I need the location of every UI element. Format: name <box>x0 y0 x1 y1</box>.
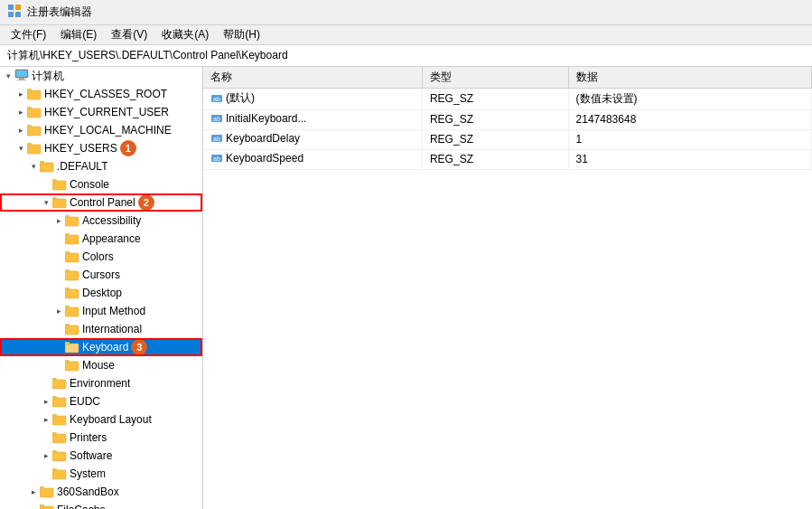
address-path: 计算机\HKEY_USERS\.DEFAULT\Control Panel\Ke… <box>7 48 288 63</box>
expand-arrow[interactable]: ▾ <box>27 162 40 171</box>
folder-icon <box>65 287 79 299</box>
tree-item-desktop[interactable]: Desktop <box>0 284 202 302</box>
folder-icon <box>52 431 67 444</box>
tree-label: Software <box>70 449 112 462</box>
menu-favorites[interactable]: 收藏夹(A) <box>154 25 216 44</box>
folder-icon <box>65 341 79 353</box>
tree-item-keyboard[interactable]: Keyboard3 <box>0 338 202 356</box>
tree-item-hkey_classes_root[interactable]: ▸ HKEY_CLASSES_ROOT <box>0 85 202 103</box>
expand-arrow[interactable]: ▸ <box>40 415 52 424</box>
tree-item-appearance[interactable]: Appearance <box>0 230 202 248</box>
title-bar: 注册表编辑器 <box>0 0 812 25</box>
tree-label: Control Panel <box>70 196 135 209</box>
tree-item-accessibility[interactable]: ▸ Accessibility <box>0 212 202 230</box>
folder-icon <box>65 232 79 245</box>
tree-label: System <box>70 467 106 480</box>
tree-item-keyboard_layout[interactable]: ▸ Keyboard Layout <box>0 410 202 429</box>
svg-rect-49 <box>65 324 70 326</box>
main-content: ▾ 计算机▸ HKEY_CLASSES_ROOT▸ HKEY_CURRENT_U… <box>0 67 812 509</box>
svg-rect-10 <box>27 89 32 91</box>
tree-label: .DEFAULT <box>57 160 107 173</box>
tree-label: FileCache <box>57 504 106 509</box>
tree-label: HKEY_LOCAL_MACHINE <box>44 124 172 137</box>
tree-item-input_method[interactable]: ▸ Input Method <box>0 302 202 320</box>
tree-item-system[interactable]: System <box>0 465 202 483</box>
tree-item-computer[interactable]: ▾ 计算机 <box>0 67 202 85</box>
tree-item-hkey_local_machine[interactable]: ▸ HKEY_LOCAL_MACHINE <box>0 121 202 139</box>
tree-item-mouse[interactable]: Mouse <box>0 356 202 374</box>
tree-item-default[interactable]: ▾ .DEFAULT <box>0 157 202 175</box>
tree-item-printers[interactable]: Printers <box>0 429 202 447</box>
folder-icon <box>27 142 42 155</box>
expand-arrow[interactable]: ▸ <box>14 90 27 99</box>
table-row[interactable]: ab (默认) REG_SZ(数值未设置) <box>203 89 812 110</box>
tree-item-environment[interactable]: Environment <box>0 374 202 392</box>
tree-item-control_panel[interactable]: ▾ Control Panel2 <box>0 193 202 212</box>
folder-icon <box>40 504 54 509</box>
cell-name: ab KeyboardSpeed <box>203 149 422 169</box>
table-row[interactable]: ab KeyboardDelay REG_SZ1 <box>203 129 812 149</box>
tree-label: Appearance <box>82 232 141 245</box>
menu-bar: 文件(F) 编辑(E) 查看(V) 收藏夹(A) 帮助(H) <box>0 25 812 45</box>
expand-arrow[interactable]: ▸ <box>14 108 27 117</box>
svg-rect-19 <box>27 143 32 146</box>
menu-file[interactable]: 文件(F) <box>4 25 53 44</box>
table-row[interactable]: ab InitialKeyboard... REG_SZ2147483648 <box>203 109 812 129</box>
cell-data: (数值未设置) <box>568 89 811 110</box>
expand-arrow[interactable]: ▾ <box>14 144 27 153</box>
menu-view[interactable]: 查看(V) <box>104 25 154 44</box>
col-data: 数据 <box>568 67 811 89</box>
menu-edit[interactable]: 编辑(E) <box>53 25 104 44</box>
svg-rect-2 <box>8 12 14 17</box>
cell-data: 2147483648 <box>568 109 811 129</box>
svg-rect-55 <box>65 360 70 363</box>
folder-icon <box>65 323 79 335</box>
tree-label: Accessibility <box>82 214 141 227</box>
svg-rect-73 <box>52 468 57 471</box>
tree-panel[interactable]: ▾ 计算机▸ HKEY_CLASSES_ROOT▸ HKEY_CURRENT_U… <box>0 67 203 509</box>
svg-rect-5 <box>16 71 27 77</box>
expand-arrow[interactable]: ▸ <box>52 306 65 316</box>
svg-rect-1 <box>15 5 21 10</box>
tree-item-filecache[interactable]: FileCache <box>0 501 202 509</box>
expand-arrow[interactable]: ▸ <box>27 487 40 496</box>
menu-help[interactable]: 帮助(H) <box>216 25 267 44</box>
tree-label: International <box>82 323 142 335</box>
expand-arrow[interactable]: ▸ <box>40 397 52 406</box>
expand-arrow[interactable]: ▸ <box>14 126 27 135</box>
svg-rect-25 <box>52 179 57 182</box>
address-bar: 计算机\HKEY_USERS\.DEFAULT\Control Panel\Ke… <box>0 45 812 67</box>
tree-item-hkey_users[interactable]: ▾ HKEY_USERS1 <box>0 139 202 157</box>
tree-item-international[interactable]: International <box>0 320 202 338</box>
svg-rect-67 <box>52 432 57 435</box>
tree-label: Printers <box>70 431 107 444</box>
table-row[interactable]: ab KeyboardSpeed REG_SZ31 <box>203 149 812 169</box>
computer-icon <box>14 69 29 84</box>
expand-arrow[interactable]: ▾ <box>40 198 52 207</box>
tree-item-360sandbox[interactable]: ▸ 360SandBox <box>0 483 202 501</box>
tree-item-cursors[interactable]: Cursors <box>0 266 202 284</box>
tree-item-hkey_current_user[interactable]: ▸ HKEY_CURRENT_USER <box>0 103 202 121</box>
tree-item-eudc[interactable]: ▸ EUDC <box>0 392 202 410</box>
svg-rect-79 <box>40 504 44 507</box>
tree-label: 360SandBox <box>57 485 119 498</box>
expand-arrow[interactable]: ▸ <box>40 451 52 460</box>
tree-label: 计算机 <box>32 69 64 84</box>
tree-item-console[interactable]: Console <box>0 175 202 193</box>
expand-arrow[interactable]: ▸ <box>52 216 65 225</box>
folder-icon <box>52 449 67 462</box>
folder-icon <box>52 395 67 408</box>
expand-arrow[interactable]: ▾ <box>2 71 14 80</box>
folder-icon <box>65 305 79 317</box>
svg-rect-64 <box>52 414 57 417</box>
svg-rect-58 <box>52 378 57 381</box>
svg-rect-28 <box>52 197 57 200</box>
folder-icon <box>65 359 79 372</box>
folder-icon <box>27 106 42 118</box>
tree-item-colors[interactable]: Colors <box>0 248 202 266</box>
cell-type: REG_SZ <box>422 149 568 169</box>
svg-rect-31 <box>65 215 70 218</box>
svg-text:ab: ab <box>213 136 220 142</box>
svg-rect-0 <box>8 5 14 10</box>
tree-item-software[interactable]: ▸ Software <box>0 447 202 465</box>
